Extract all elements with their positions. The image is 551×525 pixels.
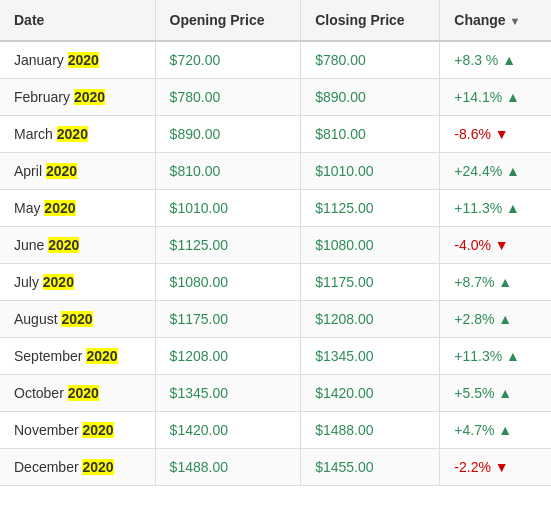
opening-price-cell: $1345.00 [155, 375, 301, 412]
date-cell: November 2020 [0, 412, 155, 449]
sort-icon: ▼ [510, 15, 521, 27]
opening-price-cell: $780.00 [155, 79, 301, 116]
date-cell: January 2020 [0, 41, 155, 79]
closing-price-cell: $1345.00 [301, 338, 440, 375]
table-header-row: Date Opening Price Closing Price Change … [0, 0, 551, 41]
change-value: +8.7% [454, 274, 494, 290]
year-badge: 2020 [48, 237, 79, 253]
direction-arrow: ▲ [498, 274, 512, 290]
change-cell: +4.7% ▲ [440, 412, 551, 449]
closing-price-cell: $1175.00 [301, 264, 440, 301]
table-row: April 2020$810.00$1010.00+24.4% ▲ [0, 153, 551, 190]
year-badge: 2020 [68, 385, 99, 401]
change-cell: +24.4% ▲ [440, 153, 551, 190]
opening-price-cell: $1010.00 [155, 190, 301, 227]
date-cell: April 2020 [0, 153, 155, 190]
closing-price-cell: $1125.00 [301, 190, 440, 227]
date-cell: August 2020 [0, 301, 155, 338]
change-value: +2.8% [454, 311, 494, 327]
table-row: November 2020$1420.00$1488.00+4.7% ▲ [0, 412, 551, 449]
change-value: -4.0% [454, 237, 491, 253]
opening-price-header: Opening Price [155, 0, 301, 41]
direction-arrow: ▲ [506, 163, 520, 179]
year-badge: 2020 [74, 89, 105, 105]
change-value: +14.1% [454, 89, 502, 105]
direction-arrow: ▲ [506, 348, 520, 364]
closing-price-cell: $1080.00 [301, 227, 440, 264]
table-row: January 2020$720.00$780.00+8.3 % ▲ [0, 41, 551, 79]
date-cell: June 2020 [0, 227, 155, 264]
year-badge: 2020 [86, 348, 117, 364]
opening-price-cell: $1488.00 [155, 449, 301, 486]
date-cell: September 2020 [0, 338, 155, 375]
direction-arrow: ▼ [495, 459, 509, 475]
change-value: +11.3% [454, 348, 502, 364]
closing-price-cell: $1420.00 [301, 375, 440, 412]
opening-price-cell: $1125.00 [155, 227, 301, 264]
opening-price-cell: $1420.00 [155, 412, 301, 449]
table-row: May 2020$1010.00$1125.00+11.3% ▲ [0, 190, 551, 227]
year-badge: 2020 [82, 422, 113, 438]
direction-arrow: ▲ [506, 200, 520, 216]
change-cell: -2.2% ▼ [440, 449, 551, 486]
closing-price-cell: $1488.00 [301, 412, 440, 449]
change-value: -2.2% [454, 459, 491, 475]
closing-price-cell: $1208.00 [301, 301, 440, 338]
table-row: December 2020$1488.00$1455.00-2.2% ▼ [0, 449, 551, 486]
closing-price-cell: $1455.00 [301, 449, 440, 486]
opening-price-cell: $890.00 [155, 116, 301, 153]
change-value: +8.3 % [454, 52, 498, 68]
year-badge: 2020 [61, 311, 92, 327]
change-cell: +5.5% ▲ [440, 375, 551, 412]
change-cell: -8.6% ▼ [440, 116, 551, 153]
date-header: Date [0, 0, 155, 41]
table-row: February 2020$780.00$890.00+14.1% ▲ [0, 79, 551, 116]
year-badge: 2020 [43, 274, 74, 290]
change-cell: +2.8% ▲ [440, 301, 551, 338]
direction-arrow: ▲ [498, 422, 512, 438]
change-cell: -4.0% ▼ [440, 227, 551, 264]
date-cell: February 2020 [0, 79, 155, 116]
year-badge: 2020 [46, 163, 77, 179]
closing-price-header: Closing Price [301, 0, 440, 41]
closing-price-cell: $890.00 [301, 79, 440, 116]
change-value: -8.6% [454, 126, 491, 142]
opening-price-cell: $1208.00 [155, 338, 301, 375]
change-header[interactable]: Change ▼ [440, 0, 551, 41]
table-row: July 2020$1080.00$1175.00+8.7% ▲ [0, 264, 551, 301]
change-cell: +8.7% ▲ [440, 264, 551, 301]
table-row: October 2020$1345.00$1420.00+5.5% ▲ [0, 375, 551, 412]
change-value: +5.5% [454, 385, 494, 401]
direction-arrow: ▲ [498, 311, 512, 327]
opening-price-cell: $810.00 [155, 153, 301, 190]
table-row: August 2020$1175.00$1208.00+2.8% ▲ [0, 301, 551, 338]
change-cell: +14.1% ▲ [440, 79, 551, 116]
date-cell: May 2020 [0, 190, 155, 227]
date-cell: December 2020 [0, 449, 155, 486]
closing-price-cell: $1010.00 [301, 153, 440, 190]
direction-arrow: ▼ [495, 237, 509, 253]
table-row: September 2020$1208.00$1345.00+11.3% ▲ [0, 338, 551, 375]
year-badge: 2020 [57, 126, 88, 142]
date-cell: July 2020 [0, 264, 155, 301]
direction-arrow: ▼ [495, 126, 509, 142]
opening-price-cell: $1080.00 [155, 264, 301, 301]
change-cell: +11.3% ▲ [440, 190, 551, 227]
price-table: Date Opening Price Closing Price Change … [0, 0, 551, 486]
direction-arrow: ▲ [502, 52, 516, 68]
year-badge: 2020 [68, 52, 99, 68]
table-row: March 2020$890.00$810.00-8.6% ▼ [0, 116, 551, 153]
closing-price-cell: $810.00 [301, 116, 440, 153]
year-badge: 2020 [44, 200, 75, 216]
table-row: June 2020$1125.00$1080.00-4.0% ▼ [0, 227, 551, 264]
change-cell: +8.3 % ▲ [440, 41, 551, 79]
date-cell: October 2020 [0, 375, 155, 412]
change-value: +24.4% [454, 163, 502, 179]
change-cell: +11.3% ▲ [440, 338, 551, 375]
direction-arrow: ▲ [506, 89, 520, 105]
date-cell: March 2020 [0, 116, 155, 153]
opening-price-cell: $720.00 [155, 41, 301, 79]
opening-price-cell: $1175.00 [155, 301, 301, 338]
direction-arrow: ▲ [498, 385, 512, 401]
change-value: +11.3% [454, 200, 502, 216]
